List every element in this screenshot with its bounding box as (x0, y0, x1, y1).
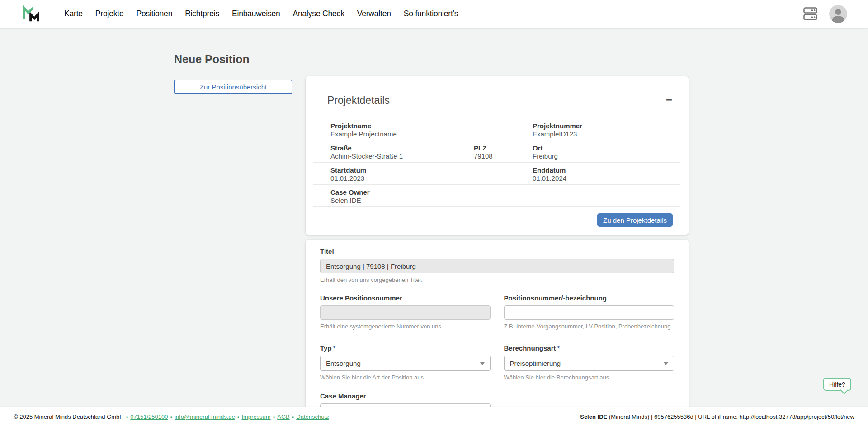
nav-item-analyse-check[interactable]: Analyse Check (293, 0, 344, 28)
project-card-title: Projektdetails (327, 94, 390, 107)
new-position-form-card: Titel Erhält den von uns vorgegebenen Ti… (306, 240, 689, 426)
typ-select[interactable]: Entsorgung (320, 356, 491, 371)
page-title: Neue Position (174, 53, 250, 66)
session-user: Selen IDE (580, 413, 607, 420)
field-value: 79108 (474, 152, 533, 161)
berechnungsart-label: Berechnungsart* (504, 345, 675, 351)
main-nav: Karte Projekte Positionen Richtpreis Ein… (64, 0, 458, 28)
dot-separator: • (273, 413, 275, 420)
field-label: Projektname (330, 122, 533, 130)
titel-group: Titel Erhält den von uns vorgegebenen Ti… (320, 248, 674, 283)
positionsnummer-bezeichnung-helper: Z.B. Interne-Vorgangsnummer, LV-Position… (504, 323, 675, 329)
session-details: (Mineral Minds) | 69576255536d | URL of … (607, 413, 854, 420)
field-label: Straße (330, 144, 474, 152)
field-case-owner: Case Owner Selen IDE (330, 188, 680, 206)
table-row: Projektname Example Projectname Projektn… (313, 118, 680, 140)
nav-right-controls (803, 5, 847, 23)
titel-input (320, 259, 674, 273)
field-value: Example Projectname (330, 130, 533, 139)
nav-item-verwalten[interactable]: Verwalten (357, 0, 391, 28)
positionsnummer-bezeichnung-input[interactable] (504, 305, 675, 320)
footer-left: © 2025 Mineral Minds Deutschland GmbH • … (14, 413, 329, 420)
unsere-positionsnummer-helper: Erhält eine systemgenerierte Nummer von … (320, 323, 491, 329)
dot-separator: • (170, 413, 172, 420)
field-label: Projektnummer (533, 122, 680, 130)
table-row: Straße Achim-Stocker-Straße 1 PLZ 79108 … (313, 140, 680, 163)
field-enddatum: Enddatum 01.01.2024 (533, 166, 680, 184)
field-label: PLZ (474, 144, 533, 152)
field-value: 01.01.2024 (533, 174, 680, 183)
go-to-project-details-button[interactable]: Zu den Projektdetails (597, 213, 673, 227)
field-value: Achim-Stocker-Straße 1 (330, 152, 474, 161)
footer-link-phone[interactable]: 07151/250100 (130, 413, 168, 420)
berechnungsart-select-value: Preisoptimierung (510, 360, 561, 367)
positionsnummer-bezeichnung-label: Positionsnummer/-bezeichnung (504, 295, 675, 301)
field-label: Startdatum (330, 166, 533, 174)
field-value: ExampleID123 (533, 130, 680, 139)
required-asterisk: * (333, 344, 336, 352)
footer: © 2025 Mineral Minds Deutschland GmbH • … (0, 407, 868, 426)
help-button[interactable]: Hilfe? (823, 378, 851, 391)
positionsnummer-bezeichnung-group: Positionsnummer/-bezeichnung Z.B. Intern… (504, 295, 675, 329)
copyright-text: © 2025 Mineral Minds Deutschland GmbH (14, 413, 124, 420)
unsere-positionsnummer-label: Unsere Positionsnummer (320, 295, 491, 301)
field-ort: Ort Freiburg (533, 144, 680, 162)
title-divider (174, 69, 689, 69)
top-navbar: Karte Projekte Positionen Richtpreis Ein… (0, 0, 868, 28)
project-details-card: Projektdetails − Projektname Example Pro… (306, 76, 689, 235)
nav-item-karte[interactable]: Karte (64, 0, 83, 28)
session-info: Selen IDE (Mineral Minds) | 69576255536d… (580, 413, 854, 420)
user-avatar-icon[interactable] (829, 5, 847, 23)
nav-item-so-funktionierts[interactable]: So funktioniert's (404, 0, 458, 28)
berechnungsart-label-text: Berechnungsart (504, 344, 556, 352)
berechnungsart-select[interactable]: Preisoptimierung (504, 356, 675, 371)
nav-item-positionen[interactable]: Positionen (136, 0, 172, 28)
field-value: 01.01.2023 (330, 174, 533, 183)
field-plz: PLZ 79108 (474, 144, 533, 162)
field-label: Case Owner (330, 188, 680, 196)
required-asterisk: * (557, 344, 560, 352)
table-row: Case Owner Selen IDE (313, 185, 680, 207)
nav-item-einbauweisen[interactable]: Einbauweisen (232, 0, 280, 28)
field-startdatum: Startdatum 01.01.2023 (330, 166, 533, 184)
berechnungsart-group: Berechnungsart* Preisoptimierung Wählen … (504, 345, 675, 380)
dot-separator: • (292, 413, 294, 420)
chevron-down-icon (480, 362, 485, 365)
field-label: Ort (533, 144, 680, 152)
unsere-positionsnummer-input (320, 305, 491, 320)
dot-separator: • (237, 413, 240, 420)
field-projektname: Projektname Example Projectname (330, 122, 533, 140)
footer-link-agb[interactable]: AGB (277, 413, 289, 420)
back-to-positions-button[interactable]: Zur Positionsübersicht (174, 80, 292, 94)
typ-group: Typ* Entsorgung Wählen Sie hier die Art … (320, 345, 491, 380)
unsere-positionsnummer-group: Unsere Positionsnummer Erhält eine syste… (320, 295, 491, 329)
field-projektnummer: Projektnummer ExampleID123 (533, 122, 680, 140)
field-label: Enddatum (533, 166, 680, 174)
position-number-row: Unsere Positionsnummer Erhält eine syste… (320, 295, 674, 329)
nav-item-richtpreis[interactable]: Richtpreis (185, 0, 219, 28)
typ-label-text: Typ (320, 344, 332, 352)
mineral-minds-logo[interactable] (21, 4, 39, 24)
footer-link-email[interactable]: info@mineral-minds.de (175, 413, 235, 420)
footer-link-datenschutz[interactable]: Datenschutz (296, 413, 329, 420)
type-calculation-row: Typ* Entsorgung Wählen Sie hier die Art … (320, 345, 674, 380)
titel-helper: Erhält den von uns vorgegebenen Titel. (320, 277, 674, 283)
typ-label: Typ* (320, 345, 491, 351)
nav-item-projekte[interactable]: Projekte (95, 0, 124, 28)
typ-select-value: Entsorgung (326, 360, 361, 367)
field-value: Selen IDE (330, 196, 680, 205)
chevron-down-icon (664, 362, 668, 365)
project-detail-rows: Projektname Example Projectname Projektn… (313, 118, 680, 207)
typ-helper: Wählen Sie hier die Art der Position aus… (320, 375, 491, 380)
logo-icon (21, 4, 39, 24)
footer-link-impressum[interactable]: Impressum (241, 413, 270, 420)
field-strasse: Straße Achim-Stocker-Straße 1 (330, 144, 474, 162)
dot-separator: • (126, 413, 128, 420)
case-manager-label: Case Manager (320, 393, 674, 399)
server-icon[interactable] (803, 7, 817, 20)
field-value: Freiburg (533, 152, 680, 161)
titel-label: Titel (320, 248, 674, 255)
collapse-card-button[interactable]: − (666, 96, 672, 103)
table-row: Startdatum 01.01.2023 Enddatum 01.01.202… (313, 163, 680, 185)
berechnungsart-helper: Wählen Sie hier die Berechnungsart aus. (504, 375, 675, 380)
